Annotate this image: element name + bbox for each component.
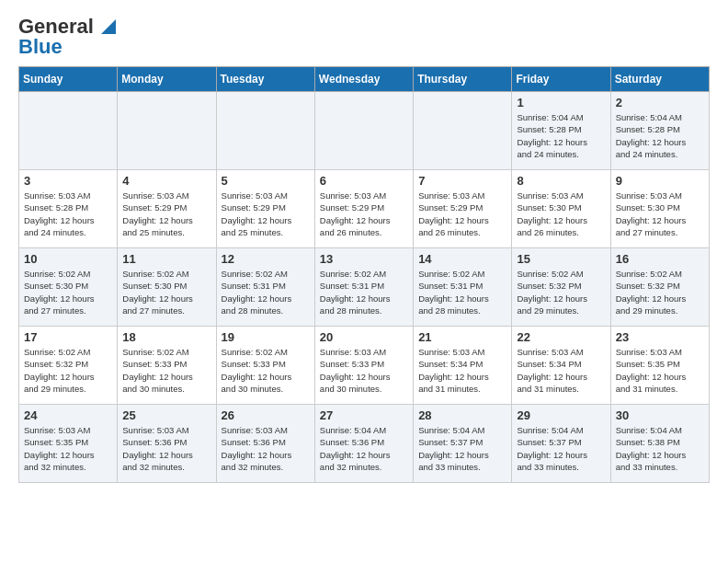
day-info: Sunrise: 5:03 AMSunset: 5:30 PMDaylight:… (517, 190, 606, 238)
calendar-cell: 4Sunrise: 5:03 AMSunset: 5:29 PMDaylight… (118, 170, 216, 248)
day-number: 5 (222, 174, 311, 188)
calendar-week-row: 10Sunrise: 5:02 AMSunset: 5:30 PMDayligh… (19, 248, 710, 327)
calendar-cell: 21Sunrise: 5:03 AMSunset: 5:34 PMDayligh… (414, 327, 512, 405)
day-info: Sunrise: 5:04 AMSunset: 5:38 PMDaylight:… (616, 424, 705, 473)
day-info: Sunrise: 5:02 AMSunset: 5:32 PMDaylight:… (517, 268, 606, 316)
calendar-cell: 8Sunrise: 5:03 AMSunset: 5:30 PMDaylight… (512, 170, 610, 248)
weekday-header-saturday: Saturday (610, 67, 709, 92)
calendar-body: 1Sunrise: 5:04 AMSunset: 5:28 PMDaylight… (19, 92, 710, 483)
svg-marker-0 (101, 19, 116, 34)
day-number: 28 (418, 408, 507, 422)
day-info: Sunrise: 5:03 AMSunset: 5:35 PMDaylight:… (616, 346, 705, 395)
calendar-week-row: 24Sunrise: 5:03 AMSunset: 5:35 PMDayligh… (19, 405, 710, 483)
day-number: 20 (320, 330, 409, 344)
calendar-cell: 27Sunrise: 5:04 AMSunset: 5:36 PMDayligh… (314, 405, 413, 483)
day-info: Sunrise: 5:02 AMSunset: 5:31 PMDaylight:… (320, 268, 409, 316)
day-info: Sunrise: 5:03 AMSunset: 5:36 PMDaylight:… (222, 424, 311, 473)
day-number: 2 (616, 96, 705, 109)
header: General Blue (18, 15, 710, 59)
calendar-table: SundayMondayTuesdayWednesdayThursdayFrid… (18, 66, 710, 483)
day-info: Sunrise: 5:04 AMSunset: 5:37 PMDaylight:… (517, 424, 606, 473)
calendar-cell (414, 92, 512, 170)
day-info: Sunrise: 5:04 AMSunset: 5:28 PMDaylight:… (517, 111, 606, 160)
calendar-cell: 5Sunrise: 5:03 AMSunset: 5:29 PMDaylight… (216, 170, 314, 248)
calendar-cell: 1Sunrise: 5:04 AMSunset: 5:28 PMDaylight… (512, 92, 610, 170)
calendar-cell: 15Sunrise: 5:02 AMSunset: 5:32 PMDayligh… (512, 248, 610, 327)
day-number: 1 (517, 96, 606, 109)
calendar-week-row: 3Sunrise: 5:03 AMSunset: 5:28 PMDaylight… (19, 170, 710, 248)
day-info: Sunrise: 5:03 AMSunset: 5:33 PMDaylight:… (320, 346, 409, 395)
day-number: 6 (320, 174, 409, 188)
day-info: Sunrise: 5:03 AMSunset: 5:30 PMDaylight:… (616, 190, 705, 238)
calendar-cell: 26Sunrise: 5:03 AMSunset: 5:36 PMDayligh… (216, 405, 314, 483)
day-number: 22 (517, 330, 606, 344)
day-info: Sunrise: 5:03 AMSunset: 5:28 PMDaylight:… (24, 190, 113, 238)
calendar-cell: 12Sunrise: 5:02 AMSunset: 5:31 PMDayligh… (216, 248, 314, 327)
calendar-cell: 6Sunrise: 5:03 AMSunset: 5:29 PMDaylight… (314, 170, 413, 248)
day-info: Sunrise: 5:04 AMSunset: 5:36 PMDaylight:… (320, 424, 409, 473)
calendar-cell (118, 92, 216, 170)
logo-icon (96, 16, 116, 36)
day-info: Sunrise: 5:02 AMSunset: 5:32 PMDaylight:… (616, 268, 705, 316)
weekday-header-friday: Friday (512, 67, 610, 92)
calendar-header-row: SundayMondayTuesdayWednesdayThursdayFrid… (19, 67, 710, 92)
calendar-cell (314, 92, 413, 170)
calendar-cell: 3Sunrise: 5:03 AMSunset: 5:28 PMDaylight… (19, 170, 118, 248)
day-number: 17 (24, 330, 113, 344)
calendar-cell: 7Sunrise: 5:03 AMSunset: 5:29 PMDaylight… (414, 170, 512, 248)
calendar-week-row: 17Sunrise: 5:02 AMSunset: 5:32 PMDayligh… (19, 327, 710, 405)
day-number: 8 (517, 174, 606, 188)
calendar-cell: 16Sunrise: 5:02 AMSunset: 5:32 PMDayligh… (610, 248, 709, 327)
calendar-cell (19, 92, 118, 170)
calendar-cell: 25Sunrise: 5:03 AMSunset: 5:36 PMDayligh… (118, 405, 216, 483)
day-info: Sunrise: 5:02 AMSunset: 5:30 PMDaylight:… (24, 268, 113, 316)
day-info: Sunrise: 5:02 AMSunset: 5:31 PMDaylight:… (418, 268, 507, 316)
day-number: 21 (418, 330, 507, 344)
day-info: Sunrise: 5:02 AMSunset: 5:30 PMDaylight:… (122, 268, 211, 316)
calendar-cell: 10Sunrise: 5:02 AMSunset: 5:30 PMDayligh… (19, 248, 118, 327)
weekday-header-sunday: Sunday (19, 67, 118, 92)
calendar-cell: 22Sunrise: 5:03 AMSunset: 5:34 PMDayligh… (512, 327, 610, 405)
day-number: 9 (616, 174, 705, 188)
calendar-cell: 28Sunrise: 5:04 AMSunset: 5:37 PMDayligh… (414, 405, 512, 483)
day-info: Sunrise: 5:03 AMSunset: 5:35 PMDaylight:… (24, 424, 113, 473)
weekday-header-tuesday: Tuesday (216, 67, 314, 92)
day-number: 11 (122, 252, 211, 266)
day-number: 3 (24, 174, 113, 188)
weekday-header-thursday: Thursday (414, 67, 512, 92)
day-number: 12 (222, 252, 311, 266)
day-info: Sunrise: 5:02 AMSunset: 5:32 PMDaylight:… (24, 346, 113, 395)
day-number: 30 (616, 408, 705, 422)
day-info: Sunrise: 5:03 AMSunset: 5:29 PMDaylight:… (222, 190, 311, 238)
day-number: 14 (418, 252, 507, 266)
day-info: Sunrise: 5:03 AMSunset: 5:29 PMDaylight:… (122, 190, 211, 238)
day-number: 18 (122, 330, 211, 344)
day-info: Sunrise: 5:02 AMSunset: 5:33 PMDaylight:… (122, 346, 211, 395)
day-info: Sunrise: 5:02 AMSunset: 5:31 PMDaylight:… (222, 268, 311, 316)
weekday-header-monday: Monday (118, 67, 216, 92)
day-info: Sunrise: 5:04 AMSunset: 5:28 PMDaylight:… (616, 111, 705, 160)
logo-blue: Blue (18, 35, 63, 59)
calendar-cell (216, 92, 314, 170)
calendar-cell: 13Sunrise: 5:02 AMSunset: 5:31 PMDayligh… (314, 248, 413, 327)
day-number: 13 (320, 252, 409, 266)
day-number: 16 (616, 252, 705, 266)
day-number: 29 (517, 408, 606, 422)
logo: General Blue (18, 15, 116, 59)
day-number: 24 (24, 408, 113, 422)
day-info: Sunrise: 5:03 AMSunset: 5:36 PMDaylight:… (122, 424, 211, 473)
calendar-cell: 2Sunrise: 5:04 AMSunset: 5:28 PMDaylight… (610, 92, 709, 170)
page: General Blue SundayMondayTuesdayWednesda… (0, 0, 728, 498)
calendar-cell: 19Sunrise: 5:02 AMSunset: 5:33 PMDayligh… (216, 327, 314, 405)
calendar-cell: 14Sunrise: 5:02 AMSunset: 5:31 PMDayligh… (414, 248, 512, 327)
day-number: 7 (418, 174, 507, 188)
day-number: 26 (222, 408, 311, 422)
day-info: Sunrise: 5:03 AMSunset: 5:34 PMDaylight:… (517, 346, 606, 395)
calendar-cell: 23Sunrise: 5:03 AMSunset: 5:35 PMDayligh… (610, 327, 709, 405)
calendar-cell: 24Sunrise: 5:03 AMSunset: 5:35 PMDayligh… (19, 405, 118, 483)
day-info: Sunrise: 5:02 AMSunset: 5:33 PMDaylight:… (222, 346, 311, 395)
calendar-cell: 20Sunrise: 5:03 AMSunset: 5:33 PMDayligh… (314, 327, 413, 405)
calendar-week-row: 1Sunrise: 5:04 AMSunset: 5:28 PMDaylight… (19, 92, 710, 170)
day-number: 19 (222, 330, 311, 344)
day-number: 15 (517, 252, 606, 266)
